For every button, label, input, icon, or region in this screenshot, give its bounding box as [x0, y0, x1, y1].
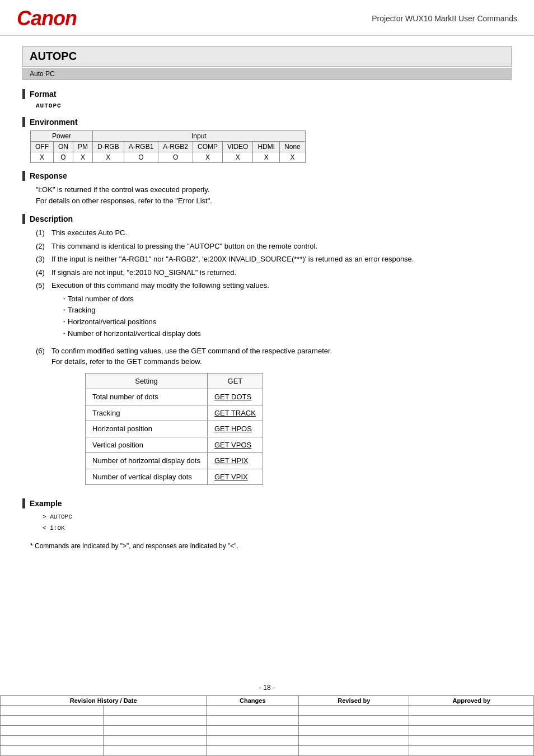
env-val-on: O: [54, 152, 73, 163]
footer-row-4: [1, 736, 534, 746]
document-title: Projector WUX10 MarkII User Commands: [372, 14, 517, 23]
command-title-block: AUTOPC: [22, 46, 512, 67]
footer-row-1: [1, 706, 534, 716]
get-col-setting: Setting: [86, 373, 208, 389]
desc-num-5: (5): [36, 280, 51, 340]
get-setting-1: Total number of dots: [86, 389, 208, 405]
environment-section-header: Environment: [22, 117, 512, 127]
example-line-2: < i:OK: [43, 523, 512, 534]
get-setting-6: Number of vertical display dots: [86, 469, 208, 485]
desc-num-2: (2): [36, 241, 51, 252]
desc-item-6: (6) To confirm modified setting values, …: [36, 346, 512, 491]
example-section-title: Example: [30, 499, 62, 508]
env-val-pm: X: [73, 152, 93, 163]
get-table-row-5: Number of horizontal display dotsGET HPI…: [86, 453, 263, 469]
get-table-row-4: Vertical positionGET VPOS: [86, 437, 263, 453]
environment-table: Power Input OFF ON PM D-RGB A-RGB1 A-RGB…: [30, 130, 306, 163]
desc-item-3: (3) If the input is neither "A-RGB1" nor…: [36, 254, 512, 265]
main-content: AUTOPC Auto PC Format AUTOPC Environment…: [0, 36, 534, 680]
env-val-off: X: [31, 152, 54, 163]
description-section-header: Description: [22, 214, 512, 224]
env-val-argb1: O: [124, 152, 158, 163]
bullet-item-2: Tracking: [60, 305, 512, 316]
env-val-comp: X: [193, 152, 223, 163]
desc-text-5: Execution of this command may modify the…: [51, 281, 269, 290]
response-line-1: "i:OK" is returned if the control was ex…: [36, 184, 512, 195]
env-val-video: X: [223, 152, 253, 163]
desc-content-5: Execution of this command may modify the…: [51, 280, 512, 340]
env-col-video: VIDEO: [223, 142, 253, 152]
command-subtitle-block: Auto PC: [22, 68, 512, 80]
example-line-1: > AUTOPC: [43, 512, 512, 523]
footer-col-approved: Approved by: [409, 696, 534, 706]
get-command-table: Setting GET Total number of dotsGET DOTS…: [85, 373, 263, 486]
footer-col-revision: Revision History / Date: [1, 696, 207, 706]
footer-row-5: [1, 746, 534, 756]
bullet-list-5: Total number of dots Tracking Horizontal…: [60, 293, 512, 340]
description-section-bar: [22, 214, 25, 224]
example-section-bar: [22, 498, 25, 508]
format-section-header: Format: [22, 89, 512, 99]
header: Canon Projector WUX10 MarkII User Comman…: [0, 0, 534, 36]
command-description: Auto PC: [30, 70, 55, 78]
response-section-header: Response: [22, 171, 512, 181]
desc-item-4: (4) If signals are not input, "e:2010 NO…: [36, 267, 512, 278]
env-col-drgb: D-RGB: [93, 142, 124, 152]
env-col-none: None: [280, 142, 306, 152]
footer-table: Revision History / Date Changes Revised …: [0, 696, 534, 756]
env-val-argb2: O: [158, 152, 193, 163]
get-command-6: GET VPIX: [207, 469, 263, 485]
desc-num-1: (1): [36, 227, 51, 239]
desc-item-1: (1) This executes Auto PC.: [36, 227, 512, 239]
command-name: AUTOPC: [30, 50, 77, 62]
footer-section: Revision History / Date Changes Revised …: [0, 695, 534, 756]
get-setting-3: Horizontal position: [86, 421, 208, 437]
response-section-title: Response: [30, 171, 67, 180]
response-text: "i:OK" is returned if the control was ex…: [36, 184, 512, 206]
get-table-wrap: Setting GET Total number of dotsGET DOTS…: [85, 373, 512, 486]
desc-text-6: To confirm modified setting values, use …: [51, 347, 332, 366]
get-command-4: GET VPOS: [207, 437, 263, 453]
desc-item-5: (5) Execution of this command may modify…: [36, 280, 512, 340]
env-col-argb2: A-RGB2: [158, 142, 193, 152]
example-section-header: Example: [22, 498, 512, 508]
bullet-item-4: Number of horizontal/vertical display do…: [60, 328, 512, 340]
page: Canon Projector WUX10 MarkII User Comman…: [0, 0, 534, 756]
bullet-item-3: Horizontal/vertical positions: [60, 316, 512, 328]
get-command-3: GET HPOS: [207, 421, 263, 437]
get-col-get: GET: [207, 373, 263, 389]
response-section-bar: [22, 171, 25, 181]
env-col-pm: PM: [73, 142, 93, 152]
footer-col-revised: Revised by: [299, 696, 409, 706]
canon-logo: Canon: [17, 7, 77, 30]
env-values-row: X O X X O O X X X X: [31, 152, 306, 163]
get-setting-5: Number of horizontal display dots: [86, 453, 208, 469]
footer-row-3: [1, 726, 534, 736]
footer-row-2: [1, 716, 534, 726]
desc-content-3: If the input is neither "A-RGB1" nor "A-…: [51, 254, 512, 265]
get-setting-4: Vertical position: [86, 437, 208, 453]
example-code-block: > AUTOPC < i:OK: [43, 512, 512, 534]
env-val-drgb: X: [93, 152, 124, 163]
footer-col-changes: Changes: [207, 696, 299, 706]
environment-section-title: Environment: [30, 118, 78, 127]
desc-item-2: (2) This command is identical to pressin…: [36, 241, 512, 252]
env-col-argb1: A-RGB1: [124, 142, 158, 152]
get-table-row-2: TrackingGET TRACK: [86, 405, 263, 421]
env-col-on: ON: [54, 142, 73, 152]
desc-content-6: To confirm modified setting values, use …: [51, 346, 512, 491]
get-setting-2: Tracking: [86, 405, 208, 421]
desc-num-6: (6): [36, 346, 51, 491]
format-section-title: Format: [30, 90, 56, 99]
env-val-none: X: [280, 152, 306, 163]
get-table-row-3: Horizontal positionGET HPOS: [86, 421, 263, 437]
env-col-off: OFF: [31, 142, 54, 152]
get-table-row-6: Number of vertical display dotsGET VPIX: [86, 469, 263, 485]
env-col-hdmi: HDMI: [253, 142, 280, 152]
bullet-item-1: Total number of dots: [60, 293, 512, 305]
env-val-hdmi: X: [253, 152, 280, 163]
desc-num-4: (4): [36, 267, 51, 278]
env-col-comp: COMP: [193, 142, 223, 152]
input-header: Input: [93, 131, 306, 142]
page-number: - 18 -: [0, 680, 534, 695]
